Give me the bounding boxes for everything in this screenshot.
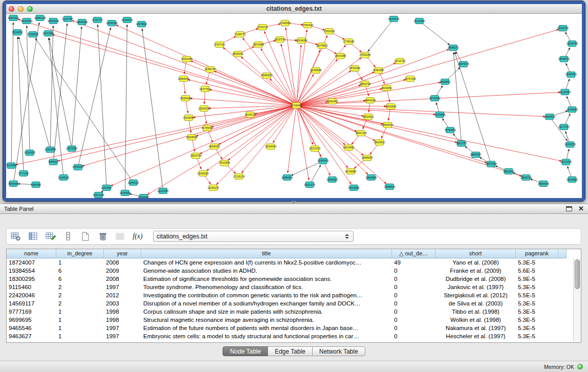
table-row[interactable]: 1830029562008Estimation of significance … — [7, 275, 573, 283]
graph-node[interactable]: 19002765 — [557, 26, 569, 31]
graph-node[interactable]: 18204098 — [296, 38, 307, 43]
graph-node[interactable]: 19169254 — [265, 144, 276, 149]
table-edit-icon[interactable] — [45, 231, 57, 242]
table-scrollbar[interactable] — [573, 258, 581, 342]
graph-edge[interactable] — [196, 105, 296, 136]
graph-edge[interactable] — [11, 23, 13, 166]
graph-edge[interactable] — [454, 52, 491, 164]
graph-node[interactable]: 21926974 — [121, 17, 133, 23]
graph-node[interactable]: 9777169 — [18, 170, 29, 176]
graph-node[interactable]: 16603075 — [199, 105, 210, 111]
graph-node[interactable]: 18813757 — [455, 141, 467, 146]
graph-edge[interactable] — [18, 19, 296, 105]
graph-node[interactable]: 18708583 — [345, 168, 356, 174]
graph-node[interactable]: 18625612 — [374, 140, 385, 145]
graph-node[interactable]: 19338838 — [310, 68, 321, 73]
graph-node[interactable]: 18873368 — [486, 161, 497, 167]
graph-node[interactable]: 19589923 — [384, 184, 395, 189]
graph-node[interactable]: 18725912 — [429, 95, 440, 101]
column-header-year[interactable]: year — [104, 249, 141, 258]
column-visibility-icon[interactable] — [27, 231, 39, 242]
graph-node[interactable]: 19965036 — [48, 18, 59, 24]
graph-node[interactable]: 19221603 — [560, 159, 572, 165]
graph-node[interactable]: 16755609 — [202, 125, 213, 131]
graph-node[interactable]: 18124993 — [413, 18, 425, 24]
graph-node[interactable]: 18849496 — [76, 19, 88, 25]
graph-node[interactable]: 18923512 — [362, 114, 374, 120]
graph-edge[interactable] — [216, 105, 296, 185]
column-header-short[interactable]: short — [435, 249, 516, 258]
graph-node[interactable]: 18566915 — [382, 122, 393, 128]
graph-edge[interactable] — [296, 58, 361, 105]
graph-edge[interactable] — [296, 105, 368, 174]
graph-edge[interactable] — [296, 105, 457, 142]
graph-node[interactable]: 18957224 — [355, 130, 366, 136]
column-header-pagerank[interactable]: pagerank — [516, 249, 558, 258]
graph-edge[interactable] — [242, 57, 296, 105]
graph-node[interactable]: 19156168 — [106, 20, 117, 26]
graph-node[interactable]: 19203579 — [564, 142, 576, 147]
graph-node[interactable]: 11439943 — [119, 190, 130, 195]
graph-node[interactable]: 9699695 — [8, 181, 18, 186]
graph-edge[interactable] — [125, 25, 127, 193]
graph-node[interactable]: 10973251 — [66, 146, 77, 151]
graph-node[interactable]: 16055065 — [198, 170, 209, 176]
graph-node[interactable]: 18381890 — [373, 68, 384, 73]
graph-node[interactable]: 18698831 — [439, 79, 450, 84]
graph-node[interactable]: 18519826 — [385, 103, 396, 109]
graph-edge[interactable] — [296, 30, 558, 105]
graph-node[interactable]: 19245862 — [567, 177, 578, 182]
graph-edge[interactable] — [17, 37, 24, 173]
graph-node[interactable]: 15823754 — [190, 153, 202, 159]
graph-node[interactable]: 19068216 — [558, 56, 570, 62]
table-row[interactable]: 946362711997Embryonic stem cells: a mode… — [7, 332, 573, 340]
tab-edge-table[interactable]: Edge Table — [268, 346, 313, 356]
graph-edge[interactable] — [72, 27, 81, 148]
graph-edge[interactable] — [291, 161, 323, 176]
graph-node[interactable]: 15318956 — [183, 115, 194, 121]
graph-node[interactable]: 19126954 — [559, 89, 571, 95]
graph-node[interactable]: 21247447 — [62, 16, 73, 22]
table-row[interactable]: 946554611997Estimation of the future num… — [7, 324, 573, 332]
graph-node[interactable]: 17999359 — [27, 32, 38, 37]
new-table-icon[interactable] — [79, 231, 92, 242]
table-row[interactable]: 911546021997Tourette syndrome. Phenomeno… — [7, 283, 573, 291]
graph-node[interactable]: 19173757 — [558, 124, 570, 130]
graph-edge[interactable] — [49, 38, 72, 148]
graph-edge[interactable] — [419, 21, 449, 45]
graph-node[interactable]: 9463627 — [48, 159, 58, 165]
graph-node[interactable]: 12446114 — [128, 180, 139, 185]
graph-node[interactable]: 9115460 — [6, 163, 16, 168]
graph-edge[interactable] — [27, 26, 30, 152]
graph-edge[interactable] — [58, 105, 296, 161]
graph-edge[interactable] — [228, 105, 296, 160]
zoom-window-button[interactable] — [27, 6, 33, 12]
graph-node[interactable]: 18675974 — [458, 61, 469, 67]
graph-node[interactable]: 18902963 — [503, 168, 514, 174]
graph-node[interactable]: 14202409 — [181, 56, 192, 62]
graph-node[interactable]: 19455597 — [326, 177, 338, 182]
graph-node[interactable]: 18316358 — [335, 53, 346, 59]
graph-node[interactable]: 12161654 — [157, 188, 168, 193]
graph-node[interactable]: 19412175 — [304, 182, 315, 187]
table-row[interactable]: 1938455462009Genome-wide association stu… — [7, 267, 573, 275]
graph-node[interactable]: 17295773 — [234, 32, 246, 37]
network-graph[interactable]: 2066330118193943169831281996503621247447… — [6, 14, 582, 198]
graph-edge[interactable] — [296, 105, 309, 180]
table-row[interactable]: 2242004622012Investigating the contribut… — [7, 291, 573, 299]
graph-node[interactable]: 10196532 — [58, 174, 69, 180]
graph-edge[interactable] — [13, 23, 39, 184]
graph-node[interactable]: 19737049 — [404, 76, 416, 81]
graph-node[interactable]: 10590045 — [72, 164, 83, 170]
graph-node[interactable]: 18843264 — [364, 97, 376, 103]
graph-node[interactable]: 19710712 — [394, 58, 405, 64]
graph-node[interactable]: 12504198 — [93, 192, 104, 198]
column-header-name[interactable]: name — [7, 249, 56, 258]
graph-node[interactable]: 19282453 — [326, 98, 338, 104]
window-titlebar[interactable]: citations_edges.txt — [6, 4, 582, 14]
graph-node[interactable]: 11325867 — [101, 185, 112, 190]
graph-node[interactable]: 17663503 — [323, 29, 335, 34]
graph-node[interactable]: 18845557 — [470, 152, 482, 158]
graph-node[interactable]: 17376731 — [257, 25, 268, 30]
table-row[interactable]: 1456911722003Disruption of a novel membe… — [7, 299, 573, 308]
